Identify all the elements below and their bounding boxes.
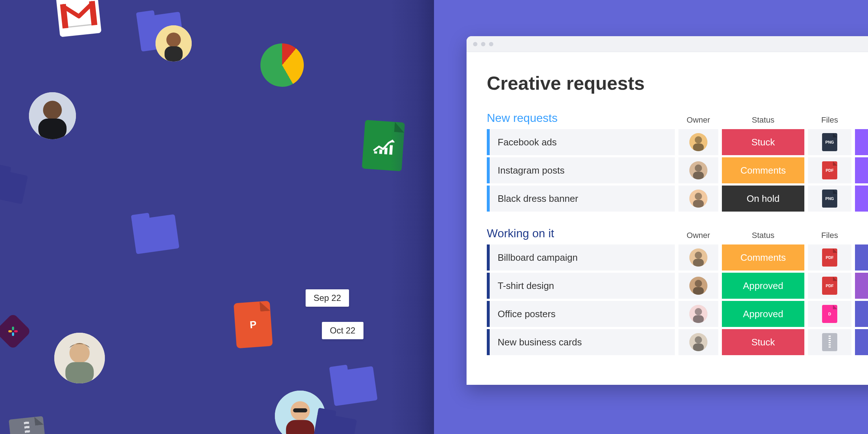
folder-icon [312,413,357,434]
zip-file-icon [9,416,47,434]
group-header: New requestsOwnerStatusFiles [487,111,868,125]
column-header-files: Files [808,231,851,240]
status-cell[interactable]: Stuck [722,129,804,155]
item-name-cell[interactable]: Black dress banner [487,186,675,212]
table-row[interactable]: New business cardsStuck [487,329,868,355]
folder-icon [132,214,179,254]
table-row[interactable]: Facebook adsStuckPNG [487,129,868,155]
svg-rect-17 [12,332,14,336]
trailing-color-cell[interactable] [855,301,868,327]
avatar [689,161,707,179]
item-name-cell[interactable]: Office posters [487,301,675,327]
table-row[interactable]: T-shirt designApprovedPDF [487,273,868,299]
group-name[interactable]: New requests [487,111,675,125]
folder-icon [330,366,378,406]
owner-cell[interactable] [678,186,718,212]
owner-cell[interactable] [678,244,718,271]
table-row[interactable]: Black dress bannerOn holdPNG [487,186,868,212]
files-cell[interactable] [808,329,851,355]
svg-point-44 [695,336,702,344]
group-name[interactable]: Working on it [487,227,675,240]
avatar [689,305,707,323]
trailing-color-cell[interactable] [855,329,868,355]
svg-point-26 [695,136,702,144]
file-icon: PDF [822,277,837,295]
svg-rect-24 [286,420,314,434]
table-row[interactable]: Instagram postsCommentsPDF [487,157,868,183]
avatar [689,190,707,208]
item-name-cell[interactable]: Instagram posts [487,157,675,183]
status-cell[interactable]: Stuck [722,329,804,355]
status-cell[interactable]: Approved [722,273,804,299]
svg-rect-8 [384,148,387,154]
table-row[interactable]: Office postersApprovedD [487,301,868,327]
files-cell[interactable]: PDF [808,244,851,271]
column-header-files: Files [808,115,851,125]
trailing-color-cell[interactable] [855,186,868,212]
avatar [54,333,105,383]
date-chip: Sep 22 [306,289,349,307]
table-row[interactable]: Billboard campaignCommentsPDF [487,244,868,271]
traffic-light-min[interactable] [481,42,485,46]
right-panel: Creative requests New requestsOwnerStatu… [434,0,868,434]
avatar [29,92,76,139]
owner-cell[interactable] [678,157,718,183]
item-name-cell[interactable]: Billboard campaign [487,244,675,271]
trailing-color-cell[interactable] [855,273,868,299]
svg-point-19 [69,343,90,363]
file-label: P [250,319,257,331]
group: Working on itOwnerStatusFilesBillboard c… [487,227,868,355]
slack-icon [0,313,31,350]
traffic-light-max[interactable] [489,42,493,46]
owner-cell[interactable] [678,301,718,327]
file-icon: PDF [822,248,837,267]
svg-point-32 [695,193,702,200]
column-header-status: Status [722,115,804,125]
avatar [689,333,707,351]
column-header-owner: Owner [678,231,718,240]
files-cell[interactable]: PNG [808,186,851,212]
files-cell[interactable]: PDF [808,157,851,183]
files-cell[interactable]: D [808,301,851,327]
trailing-color-cell[interactable] [855,244,868,271]
svg-rect-23 [293,408,307,412]
avatar [689,277,707,295]
status-cell[interactable]: On hold [722,186,804,212]
item-name-cell[interactable]: Facebook ads [487,129,675,155]
owner-cell[interactable] [678,329,718,355]
file-icon: D [822,305,837,323]
owner-cell[interactable] [678,129,718,155]
file-icon: PNG [822,133,837,151]
svg-rect-13 [38,119,67,139]
files-cell[interactable]: PNG [808,129,851,155]
pie-chart-icon [260,43,304,87]
traffic-light-close[interactable] [473,42,477,46]
trailing-color-cell[interactable] [855,129,868,155]
group-header: Working on itOwnerStatusFiles [487,227,868,240]
svg-rect-45 [693,344,704,351]
files-cell[interactable]: PDF [808,273,851,299]
svg-rect-5 [165,46,183,61]
svg-rect-14 [8,330,12,332]
svg-rect-33 [693,200,704,208]
svg-point-35 [695,252,702,259]
svg-rect-39 [693,287,704,295]
board-window: Creative requests New requestsOwnerStatu… [467,36,868,385]
status-cell[interactable]: Comments [722,244,804,271]
status-cell[interactable]: Approved [722,301,804,327]
file-icon: PDF [822,161,837,179]
owner-cell[interactable] [678,273,718,299]
trailing-color-cell[interactable] [855,157,868,183]
item-name-cell[interactable]: New business cards [487,329,675,355]
spreadsheet-icon [362,120,405,171]
svg-point-41 [695,308,702,315]
avatar [689,133,707,151]
board-title: Creative requests [487,72,868,94]
svg-rect-7 [379,149,382,154]
status-cell[interactable]: Comments [722,157,804,183]
window-titlebar [467,36,868,52]
gmail-icon [56,0,101,37]
collage-panel: P PDF W Sep 22 Oct 22 [0,0,434,434]
avatar [156,25,192,61]
item-name-cell[interactable]: T-shirt design [487,273,675,299]
